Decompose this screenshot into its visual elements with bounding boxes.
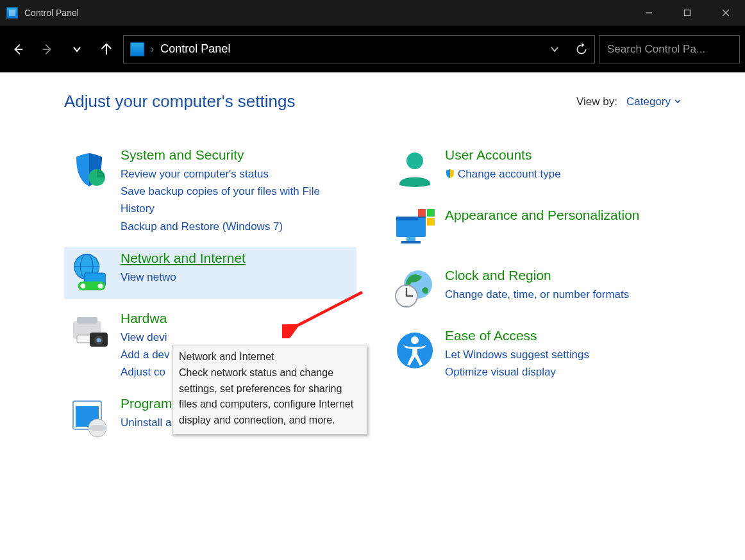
sublink-optimize-visual[interactable]: Optimize visual display — [445, 363, 676, 381]
tooltip-body: Check network status and change settings… — [179, 365, 360, 429]
printer-camera-icon — [68, 311, 113, 356]
category-title[interactable]: Clock and Region — [445, 268, 551, 283]
category-title[interactable]: Appearance and Personalization — [445, 208, 640, 223]
chevron-down-icon — [674, 99, 681, 104]
tooltip-title: Network and Internet — [179, 349, 360, 365]
programs-icon — [68, 396, 113, 441]
category-clock-region[interactable]: Clock and Region Change date, time, or n… — [389, 264, 681, 317]
categories-right-column: User Accounts Change account type — [389, 144, 681, 452]
tooltip-network-internet: Network and Internet Check network statu… — [172, 345, 367, 434]
category-user-accounts[interactable]: User Accounts Change account type — [389, 144, 681, 196]
title-bar: Control Panel — [0, 0, 745, 26]
search-input[interactable] — [607, 43, 743, 56]
category-title[interactable]: Network and Internet — [121, 251, 246, 266]
category-title[interactable]: Ease of Access — [445, 328, 537, 343]
svg-rect-31 — [406, 237, 415, 241]
svg-rect-34 — [427, 209, 435, 217]
control-panel-icon — [130, 42, 144, 56]
svg-point-16 — [80, 283, 85, 288]
breadcrumb-location[interactable]: Control Panel — [160, 42, 230, 56]
breadcrumb-separator: › — [151, 44, 154, 55]
shield-icon — [68, 147, 113, 192]
category-title[interactable]: Hardwa — [121, 311, 167, 326]
sublink-text: Change account type — [458, 168, 561, 180]
search-box[interactable] — [599, 35, 740, 63]
minimize-button[interactable] — [630, 0, 668, 26]
view-by-dropdown[interactable]: Category — [626, 95, 681, 108]
svg-rect-32 — [401, 241, 421, 243]
category-ease-of-access[interactable]: Ease of Access Let Windows suggest setti… — [389, 324, 681, 384]
recent-locations-dropdown[interactable] — [64, 37, 90, 62]
address-bar[interactable]: › Control Panel — [123, 35, 595, 63]
category-title[interactable]: User Accounts — [445, 147, 532, 163]
address-dropdown-icon[interactable] — [549, 44, 560, 54]
svg-point-23 — [97, 338, 101, 342]
monitor-tiles-icon — [392, 208, 437, 252]
sublink-suggest-settings[interactable]: Let Windows suggest settings — [445, 346, 676, 363]
category-title[interactable]: Programs — [121, 396, 179, 411]
svg-point-27 — [88, 425, 106, 431]
category-system-security[interactable]: System and Security Review your computer… — [64, 144, 356, 239]
category-appearance[interactable]: Appearance and Personalization — [389, 204, 681, 256]
forward-button[interactable] — [35, 37, 60, 62]
refresh-button[interactable] — [575, 43, 588, 56]
svg-rect-36 — [427, 218, 435, 226]
content-area: Adjust your computer's settings View by:… — [0, 72, 745, 560]
svg-point-17 — [98, 283, 103, 288]
up-button[interactable] — [94, 37, 119, 62]
svg-rect-19 — [77, 317, 97, 324]
svg-rect-35 — [418, 218, 426, 226]
app-icon — [6, 7, 18, 19]
navigation-toolbar: › Control Panel — [0, 26, 745, 72]
uac-shield-icon — [445, 169, 455, 179]
sublink-view-network-status[interactable]: View netwo — [121, 268, 351, 286]
page-heading: Adjust your computer's settings — [64, 92, 295, 111]
annotation-arrow — [282, 287, 372, 338]
clock-globe-icon — [392, 268, 437, 313]
category-title[interactable]: System and Security — [121, 147, 244, 163]
sublink-change-datetime[interactable]: Change date, time, or number formats — [445, 286, 676, 303]
back-button[interactable] — [5, 37, 31, 62]
svg-rect-1 — [685, 10, 691, 16]
sublink-change-account-type[interactable]: Change account type — [445, 165, 676, 183]
svg-line-43 — [295, 292, 362, 327]
globe-network-icon — [68, 251, 113, 295]
view-by-label: View by: — [576, 95, 617, 108]
svg-point-28 — [406, 152, 423, 169]
window-title: Control Panel — [24, 8, 79, 18]
sublink-review-status[interactable]: Review your computer's status — [121, 165, 351, 183]
view-by-value: Category — [626, 95, 671, 108]
user-icon — [392, 147, 437, 192]
sublink-backup-restore[interactable]: Backup and Restore (Windows 7) — [121, 218, 351, 235]
svg-point-42 — [411, 336, 419, 344]
close-button[interactable] — [707, 0, 745, 26]
svg-rect-33 — [418, 209, 426, 217]
accessibility-icon — [392, 328, 437, 373]
sublink-file-history[interactable]: Save backup copies of your files with Fi… — [121, 183, 351, 217]
maximize-button[interactable] — [668, 0, 707, 26]
